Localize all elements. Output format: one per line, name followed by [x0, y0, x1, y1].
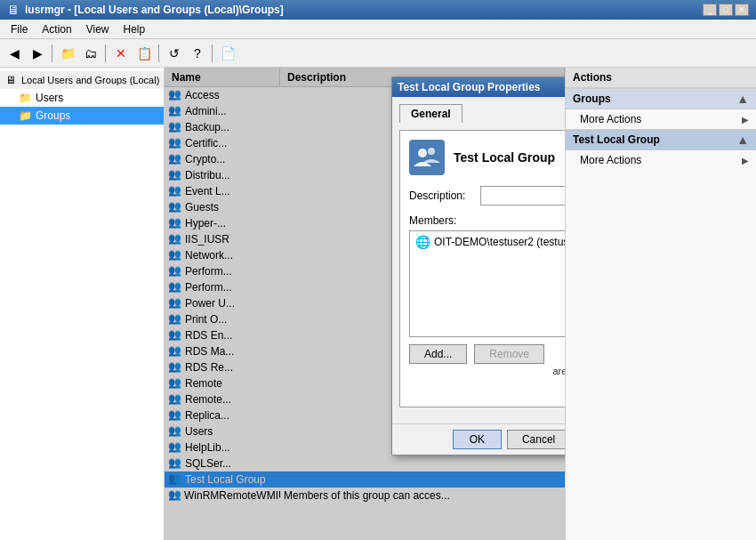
- refresh-button[interactable]: ↺: [164, 43, 185, 64]
- delete-button[interactable]: ✕: [110, 43, 132, 64]
- toolbar-separator-4: [212, 44, 213, 62]
- group-name-display: Test Local Group: [454, 150, 555, 165]
- toolbar: ◀ ▶ 📁 🗂 ✕ 📋 ↺ ? 📄: [0, 39, 756, 68]
- more-actions-arrow: ▶: [742, 115, 749, 125]
- dialog-buttons: OK Cancel Apply Help: [392, 423, 565, 455]
- group-big-icon: [409, 140, 445, 175]
- modal-title-text: Test Local Group Properties: [398, 81, 540, 93]
- tab-general[interactable]: General: [399, 104, 462, 123]
- tree-panel: 🖥 Local Users and Groups (Local) 📁 Users…: [0, 68, 165, 540]
- title-bar-text: lusrmgr - [Local Users and Groups (Local…: [25, 4, 284, 16]
- actions-groups-more[interactable]: More Actions ▶: [566, 109, 756, 129]
- more-actions-label: More Actions: [580, 113, 641, 125]
- members-label: Members:: [409, 214, 565, 227]
- tree-groups-label: Groups: [36, 109, 70, 122]
- computer-icon: 🖥: [4, 73, 18, 87]
- maximize-button[interactable]: □: [719, 4, 733, 16]
- menu-file[interactable]: File: [4, 21, 35, 37]
- ok-button[interactable]: OK: [453, 430, 502, 449]
- members-buttons: Add... Remove: [409, 344, 544, 364]
- cancel-button[interactable]: Cancel: [507, 430, 565, 449]
- users-folder-icon: 📁: [18, 91, 32, 105]
- members-note: Changes to a user's group membership are…: [544, 344, 565, 398]
- member-name: OIT-DEMO\testuser2 (testuser2@oit-demo.l…: [434, 236, 565, 248]
- toolbar-separator-2: [105, 44, 107, 62]
- forward-button[interactable]: ▶: [27, 43, 48, 64]
- actions-group-more[interactable]: More Actions ▶: [566, 150, 756, 170]
- modal-dialog: Test Local Group Properties ? ✕ General: [391, 77, 565, 455]
- menu-help[interactable]: Help: [117, 21, 153, 37]
- back-button[interactable]: ◀: [4, 43, 25, 64]
- help-button[interactable]: ?: [187, 43, 208, 64]
- properties-button[interactable]: 📋: [133, 43, 155, 64]
- add-button[interactable]: Add...: [409, 344, 467, 364]
- tree-users-label: Users: [36, 92, 63, 104]
- group-more-actions-arrow: ▶: [742, 156, 749, 165]
- group-info: Test Local Group: [409, 140, 565, 175]
- description-label: Description:: [409, 189, 480, 202]
- actions-group-label: Test Local Group: [573, 133, 660, 146]
- remove-button[interactable]: Remove: [474, 344, 544, 364]
- group-collapse-icon[interactable]: ▲: [736, 133, 749, 147]
- svg-point-2: [428, 148, 435, 155]
- description-input[interactable]: [480, 186, 565, 206]
- toolbar-separator-1: [52, 44, 53, 62]
- members-list: 🌐 OIT-DEMO\testuser2 (testuser2@oit-demo…: [409, 230, 565, 337]
- tab-content-general: Test Local Group Description: Members:: [399, 130, 565, 407]
- groups-folder-icon: 📁: [18, 109, 32, 123]
- actions-group-header: Test Local Group ▲: [566, 129, 756, 150]
- menu-bar: File Action View Help: [0, 20, 756, 39]
- title-bar: 🖥 lusrmgr - [Local Users and Groups (Loc…: [0, 0, 756, 20]
- minimize-button[interactable]: _: [703, 4, 717, 16]
- close-button[interactable]: ✕: [735, 4, 749, 16]
- list-panel: Name Description 👥Access 👥Admini... 👥Bac…: [165, 68, 565, 540]
- extra-button[interactable]: 📄: [217, 43, 238, 64]
- title-bar-controls: _ □ ✕: [703, 4, 749, 16]
- actions-groups-label: Groups: [573, 93, 611, 105]
- show-tree-button[interactable]: 🗂: [80, 43, 101, 64]
- svg-rect-0: [413, 143, 441, 172]
- up-button[interactable]: 📁: [57, 43, 78, 64]
- modal-title-bar: Test Local Group Properties ? ✕: [392, 77, 565, 97]
- menu-action[interactable]: Action: [35, 21, 78, 37]
- toolbar-separator-3: [158, 44, 160, 62]
- menu-view[interactable]: View: [79, 21, 117, 37]
- svg-point-1: [418, 149, 427, 157]
- member-item[interactable]: 🌐 OIT-DEMO\testuser2 (testuser2@oit-demo…: [412, 233, 565, 251]
- members-footer: Add... Remove Changes to a user's group …: [409, 344, 565, 398]
- actions-panel: Actions Groups ▲ More Actions ▶ Test Loc…: [565, 68, 756, 540]
- tree-users-item[interactable]: 📁 Users: [0, 89, 164, 107]
- app-icon: 🖥: [7, 3, 20, 17]
- groups-collapse-icon[interactable]: ▲: [736, 92, 749, 106]
- tree-root-item[interactable]: 🖥 Local Users and Groups (Local): [0, 71, 164, 89]
- actions-header: Actions: [566, 68, 756, 88]
- tree-groups-item[interactable]: 📁 Groups: [0, 107, 164, 125]
- group-svg-icon: [411, 141, 443, 173]
- description-row: Description:: [409, 186, 565, 206]
- modal-tabs: General: [399, 104, 565, 123]
- actions-groups-header: Groups ▲: [566, 88, 756, 109]
- main-container: 🖥 Local Users and Groups (Local) 📁 Users…: [0, 68, 756, 540]
- modal-content: General: [392, 97, 565, 415]
- tree-root-label: Local Users and Groups (Local): [21, 75, 159, 85]
- member-icon: 🌐: [415, 235, 430, 249]
- group-more-actions-label: More Actions: [580, 154, 641, 166]
- modal-overlay: Test Local Group Properties ? ✕ General: [165, 68, 565, 540]
